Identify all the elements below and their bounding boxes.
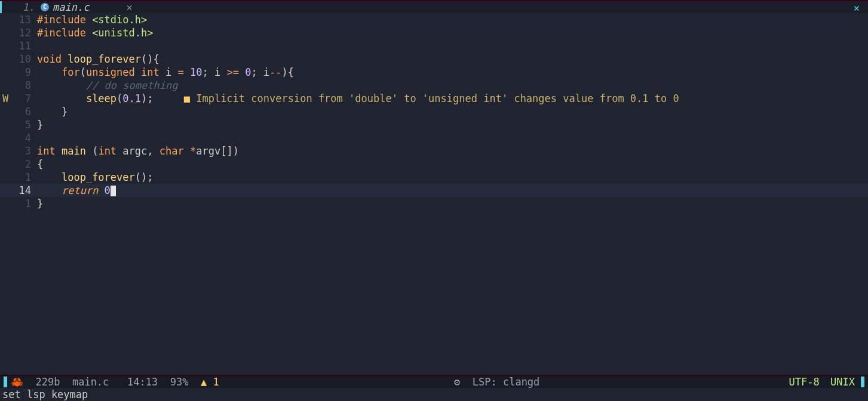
code-line[interactable]: 11 <box>0 39 868 53</box>
code-text: } <box>37 197 43 210</box>
status-warning[interactable]: ▲ 1 <box>188 375 219 388</box>
code-text: void loop_forever(){ <box>37 53 160 66</box>
code-text: int main (int argc, char *argv[]) <box>37 144 239 158</box>
status-filename: main.c <box>60 375 109 388</box>
code-line[interactable]: 13#include <stdio.h> <box>0 13 868 26</box>
tab-main-c[interactable]: C main.c ✕ <box>37 1 136 14</box>
status-encoding: UTF-8 <box>789 375 820 388</box>
tab-close-icon[interactable]: ✕ <box>126 1 132 14</box>
code-line[interactable]: 8 // do something <box>0 79 868 92</box>
code-line[interactable]: 1} <box>0 197 868 210</box>
code-editor[interactable]: 13#include <stdio.h>12#include <unistd.h… <box>0 13 868 210</box>
line-number: 2 <box>11 158 37 171</box>
pane-close-icon[interactable]: ✕ <box>854 1 860 14</box>
code-text: return 0 <box>37 184 868 197</box>
warning-icon: ▲ <box>201 376 207 388</box>
code-line[interactable]: 10void loop_forever(){ <box>0 53 868 66</box>
line-number: 3 <box>11 144 37 158</box>
line-number: 4 <box>11 131 37 144</box>
code-text: sleep(0.1); ■ Implicit conversion from '… <box>37 92 679 105</box>
sign-column <box>0 158 11 171</box>
sign-column <box>0 26 11 39</box>
code-line[interactable]: 14 return 0 <box>0 184 868 197</box>
sign-column <box>0 131 11 144</box>
sign-column <box>0 144 11 158</box>
sign-column <box>0 197 11 210</box>
code-text: #include <stdio.h> <box>37 13 147 26</box>
status-right: UTF-8 UNIX <box>789 375 864 388</box>
sign-column <box>0 184 11 197</box>
code-line[interactable]: 5} <box>0 118 868 131</box>
sign-column <box>0 53 11 66</box>
tab-number: 1. <box>0 1 37 13</box>
code-text: loop_forever(); <box>37 171 154 184</box>
code-text: for(unsigned int i = 10; i >= 0; i--){ <box>37 66 294 79</box>
gear-icon: ⚙ <box>454 376 460 388</box>
sign-column <box>0 118 11 131</box>
code-line[interactable]: 2{ <box>0 158 868 171</box>
status-file-size: 229b <box>23 375 60 388</box>
sign-column: W <box>0 92 11 105</box>
sign-column <box>0 105 11 118</box>
line-number: 6 <box>11 105 37 118</box>
c-file-icon: C <box>41 3 49 11</box>
code-text: // do something <box>37 79 177 92</box>
line-number: 13 <box>11 13 37 26</box>
line-number: 7 <box>11 92 37 105</box>
status-cursor-pos: 14:13 <box>109 375 158 388</box>
sign-column <box>0 171 11 184</box>
line-number: 12 <box>11 26 37 39</box>
sign-column <box>0 79 11 92</box>
line-number: 1 <box>11 171 37 184</box>
command-line[interactable]: set lsp keymap <box>0 388 868 401</box>
line-number: 1 <box>11 197 37 210</box>
code-text: } <box>37 118 43 131</box>
command-text: set lsp keymap <box>2 388 88 401</box>
status-bar: 🦀 229b main.c 14:13 93% ▲ 1 ⚙ LSP: clang… <box>0 375 868 388</box>
line-number: 5 <box>11 118 37 131</box>
status-line-ending: UNIX <box>830 375 855 388</box>
code-line[interactable]: W7 sleep(0.1); ■ Implicit conversion fro… <box>0 92 868 105</box>
sign-column <box>0 13 11 26</box>
code-line[interactable]: 12#include <unistd.h> <box>0 26 868 39</box>
code-line[interactable]: 1 loop_forever(); <box>0 171 868 184</box>
sign-column <box>0 66 11 79</box>
line-number: 9 <box>11 66 37 79</box>
cursor <box>111 186 116 196</box>
tab-filename: main.c <box>53 1 89 14</box>
status-lsp: ⚙ LSP: clangd <box>454 375 539 388</box>
code-text: #include <unistd.h> <box>37 26 153 39</box>
rust-crab-icon: 🦀 <box>11 375 23 388</box>
code-line[interactable]: 6 } <box>0 105 868 118</box>
code-line[interactable]: 4 <box>0 131 868 144</box>
code-line[interactable]: 9 for(unsigned int i = 10; i >= 0; i--){ <box>0 66 868 79</box>
code-text: } <box>37 105 68 118</box>
status-percent: 93% <box>158 375 188 388</box>
status-end-bar <box>861 377 864 387</box>
sign-column <box>0 39 11 53</box>
code-line[interactable]: 3int main (int argc, char *argv[]) <box>0 144 868 158</box>
mode-indicator <box>4 377 7 387</box>
line-number: 11 <box>11 39 37 53</box>
code-text: { <box>37 158 43 171</box>
line-number: 8 <box>11 79 37 92</box>
line-number: 10 <box>11 53 37 66</box>
line-number: 14 <box>11 184 37 197</box>
tab-bar: 1. C main.c ✕ ✕ <box>0 0 868 13</box>
